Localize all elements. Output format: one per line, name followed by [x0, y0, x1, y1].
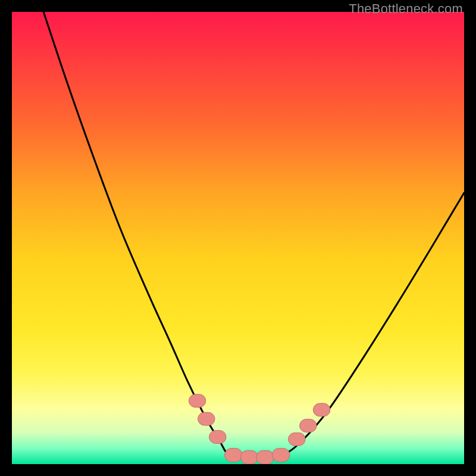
curve-marker	[209, 431, 226, 444]
chart-frame	[12, 12, 464, 464]
curve-marker	[272, 448, 290, 462]
curve-marker	[256, 450, 274, 464]
curve-marker	[189, 394, 205, 408]
chart-svg	[12, 12, 464, 464]
curve-marker	[198, 412, 215, 425]
curve-marker	[289, 433, 305, 446]
curve-marker	[300, 419, 317, 433]
gradient-background	[12, 12, 464, 464]
curve-marker	[313, 403, 330, 416]
curve-marker	[225, 448, 243, 462]
curve-marker	[240, 450, 258, 464]
